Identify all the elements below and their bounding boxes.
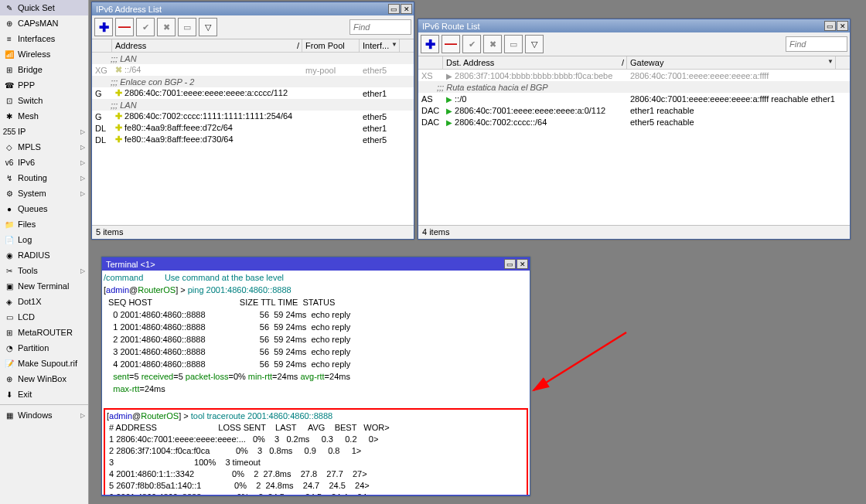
svg-line-1 xyxy=(534,332,626,390)
sidebar-item-mesh[interactable]: ✱Mesh xyxy=(0,108,88,124)
col-flags[interactable] xyxy=(418,56,443,69)
sidebar-item-new-terminal[interactable]: ▣New Terminal xyxy=(0,278,88,294)
comment-row: ;;; Ruta estatica hacia el BGP xyxy=(418,81,850,93)
chevron-right-icon: ▷ xyxy=(80,267,85,274)
sidebar-item-label: Bridge xyxy=(18,65,43,74)
remove-button[interactable]: — xyxy=(115,18,134,36)
enable-button[interactable]: ✔ xyxy=(136,18,155,36)
comment-button[interactable]: ▭ xyxy=(504,35,523,53)
menu-icon: 📝 xyxy=(3,357,15,369)
filter-button[interactable]: ▽ xyxy=(199,18,217,36)
sidebar-item-ipv6[interactable]: v6IPv6▷ xyxy=(0,155,88,170)
chevron-right-icon: ▷ xyxy=(80,190,85,197)
sidebar-item-label: PPP xyxy=(18,80,35,90)
sidebar-item-lcd[interactable]: ▭LCD xyxy=(0,309,88,325)
sidebar-item-label: Dot1X xyxy=(18,297,42,306)
terminal-output[interactable]: /command Use command at the base level [… xyxy=(102,271,530,495)
window-title: IPv6 Address List xyxy=(96,5,162,14)
enable-button[interactable]: ✔ xyxy=(462,35,481,53)
sidebar-item-ip[interactable]: 255IP▷ xyxy=(0,124,88,139)
sidebar-item-new-winbox[interactable]: ⊕New WinBox xyxy=(0,371,88,387)
address-row[interactable]: DL✚ fe80::4aa9:8aff:feee:d72c/64ether1 xyxy=(92,122,414,134)
filter-button[interactable]: ▽ xyxy=(525,35,544,53)
col-dst[interactable]: Dst. Address/ xyxy=(443,56,627,69)
sidebar-item-make-supout.rif[interactable]: 📝Make Supout.rif xyxy=(0,356,88,371)
sidebar-item-label: MPLS xyxy=(18,142,41,152)
sidebar-item-files[interactable]: 📁Files xyxy=(0,216,88,232)
col-pool[interactable]: From Pool xyxy=(302,39,360,52)
sidebar-item-radius[interactable]: ◉RADIUS xyxy=(0,247,88,263)
sidebar-item-switch[interactable]: ⊡Switch xyxy=(0,93,88,108)
close-button[interactable]: ✕ xyxy=(401,4,412,14)
sidebar-item-windows[interactable]: ▦ Windows ▷ xyxy=(0,407,88,423)
minimize-button[interactable]: ▭ xyxy=(388,4,400,14)
address-row[interactable]: G✚ 2806:40c:7001:eeee:eeee:eeee:a:cccc/1… xyxy=(92,87,414,99)
address-row[interactable]: DL✚ fe80::4aa9:8aff:feee:d730/64ether5 xyxy=(92,134,414,145)
minimize-button[interactable]: ▭ xyxy=(504,259,516,269)
comment-button[interactable]: ▭ xyxy=(178,18,196,36)
route-row[interactable]: AS▶ ::/02806:40c:7001:eeee:eeee:eeee:a:f… xyxy=(418,93,850,104)
titlebar[interactable]: IPv6 Route List ▭ ✕ xyxy=(418,19,850,32)
comment-row: ;;; LAN xyxy=(92,99,414,111)
statusbar: 4 items xyxy=(418,225,850,239)
sidebar-item-queues[interactable]: ●Queues xyxy=(0,201,88,216)
close-button[interactable]: ✕ xyxy=(517,259,528,269)
sidebar-item-mpls[interactable]: ◇MPLS▷ xyxy=(0,139,88,155)
sidebar-item-label: Queues xyxy=(18,204,48,213)
disable-button[interactable]: ✖ xyxy=(483,35,502,53)
sidebar-item-interfaces[interactable]: ≡Interfaces xyxy=(0,31,88,46)
chevron-right-icon: ▷ xyxy=(80,128,85,135)
minimize-button[interactable]: ▭ xyxy=(824,21,836,31)
route-row[interactable]: DAC▶ 2806:40c:7001:eeee:eeee:eeee:a:0/11… xyxy=(418,104,850,116)
add-button[interactable]: ✚ xyxy=(94,18,113,36)
menu-icon: ✱ xyxy=(3,110,15,122)
find-input[interactable] xyxy=(786,36,847,52)
sidebar-item-dot1x[interactable]: ◈Dot1X xyxy=(0,294,88,309)
find-input[interactable] xyxy=(349,19,411,35)
titlebar[interactable]: Terminal <1> ▭ ✕ xyxy=(102,257,530,271)
col-address[interactable]: Address/ xyxy=(112,39,302,52)
menu-icon: ⊕ xyxy=(3,17,15,29)
sidebar-item-ppp[interactable]: ☎PPP xyxy=(0,77,88,93)
sidebar-item-label: MetaROUTER xyxy=(18,328,73,337)
address-row[interactable]: XG✖ ::/64my-poolether5 xyxy=(92,64,414,76)
route-row[interactable]: XS▶ 2806:3f7:1004:bbbb:bbbb:bbbb:f0ca:be… xyxy=(418,70,850,81)
sidebar-item-label: Quick Set xyxy=(18,3,55,12)
sidebar-item-capsman[interactable]: ⊕CAPsMAN xyxy=(0,15,88,31)
chevron-right-icon: ▷ xyxy=(80,159,85,166)
menu-icon: 255 xyxy=(3,125,15,138)
remove-button[interactable]: — xyxy=(442,35,460,53)
menu-icon: ● xyxy=(3,203,15,215)
titlebar[interactable]: IPv6 Address List ▭ ✕ xyxy=(92,2,414,15)
route-row[interactable]: DAC▶ 2806:40c:7002:cccc::/64ether5 reach… xyxy=(418,116,850,128)
sidebar-item-tools[interactable]: ✂Tools▷ xyxy=(0,263,88,278)
col-gw[interactable]: Gateway▼ xyxy=(627,56,836,69)
col-intf[interactable]: Interf...▼ xyxy=(360,39,400,52)
disable-button[interactable]: ✖ xyxy=(157,18,176,36)
sidebar-item-partition[interactable]: ◔Partition xyxy=(0,340,88,356)
address-row[interactable]: G✚ 2806:40c:7002:cccc:1111:1111:1111:254… xyxy=(92,111,414,122)
toolbar: ✚ — ✔ ✖ ▭ ▽ xyxy=(418,32,850,56)
col-flags[interactable] xyxy=(92,39,112,52)
sidebar-item-exit[interactable]: ⬇Exit xyxy=(0,387,88,402)
sidebar-item-log[interactable]: 📄Log xyxy=(0,232,88,247)
sidebar-item-label: IP xyxy=(18,127,26,136)
sidebar-item-system[interactable]: ⚙System▷ xyxy=(0,186,88,201)
close-button[interactable]: ✕ xyxy=(837,21,848,31)
sidebar-item-label: CAPsMAN xyxy=(18,19,59,28)
sidebar-item-routing[interactable]: ↯Routing▷ xyxy=(0,170,88,186)
sidebar-item-quick-set[interactable]: ✎Quick Set xyxy=(0,0,88,15)
route-grid[interactable]: Dst. Address/ Gateway▼ XS▶ 2806:3f7:1004… xyxy=(418,56,850,225)
menu-icon: ◈ xyxy=(3,295,15,308)
menu-icon: ◉ xyxy=(3,249,15,261)
chevron-right-icon: ▷ xyxy=(80,175,85,182)
statusbar: 5 items xyxy=(92,225,414,239)
menu-icon: ✂ xyxy=(3,264,15,277)
add-button[interactable]: ✚ xyxy=(421,35,439,53)
sidebar-item-bridge[interactable]: ⊞Bridge xyxy=(0,62,88,77)
sidebar-item-metarouter[interactable]: ⊞MetaROUTER xyxy=(0,325,88,340)
address-grid[interactable]: Address/ From Pool Interf...▼ ;;; LANXG✖… xyxy=(92,39,414,225)
menu-icon: ▣ xyxy=(3,280,15,292)
sidebar-item-wireless[interactable]: 📶Wireless xyxy=(0,46,88,62)
annotation-arrow xyxy=(526,325,634,402)
